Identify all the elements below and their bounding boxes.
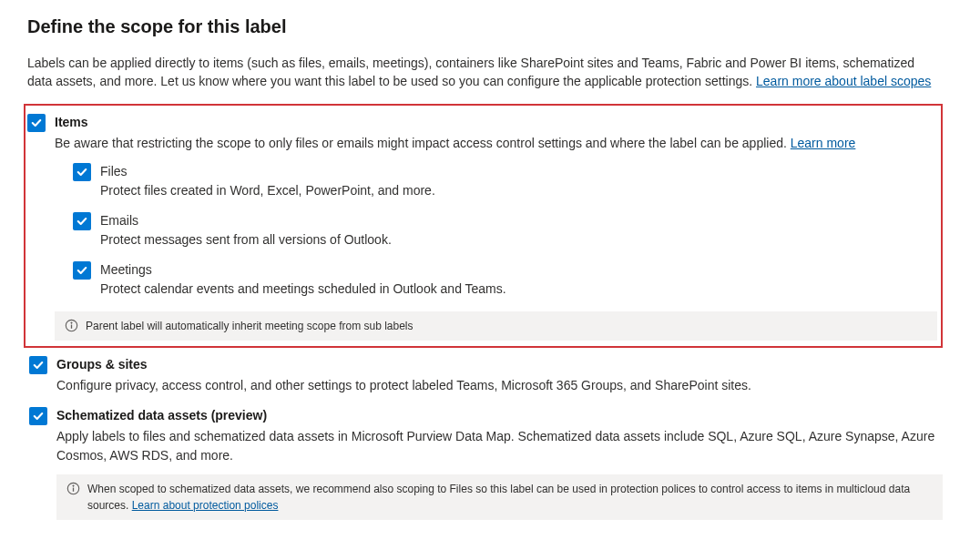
emails-row: Emails Protect messages sent from all ve… [71,211,937,257]
items-checkbox[interactable] [27,114,46,132]
info-icon [66,482,80,496]
items-sub-list: Files Protect files created in Word, Exc… [71,162,937,306]
items-learn-more-link[interactable]: Learn more [791,136,856,150]
meetings-row: Meetings Protect calendar events and mee… [71,260,937,306]
info-icon [64,319,78,333]
schematized-scope-row: Schematized data assets (preview) Apply … [27,406,943,520]
schematized-label: Schematized data assets (preview) [56,406,943,425]
learn-more-label-scopes-link[interactable]: Learn more about label scopes [756,74,931,88]
items-info-text: Parent label will automatically inherit … [86,318,414,334]
meetings-desc: Protect calendar events and meetings sch… [100,280,937,299]
checkmark-icon [77,216,87,227]
schematized-desc: Apply labels to files and schematized da… [56,427,943,465]
groups-desc: Configure privacy, access control, and o… [56,376,943,395]
items-label: Items [55,113,937,132]
items-highlight-box: Items Be aware that restricting the scop… [24,104,943,348]
emails-desc: Protect messages sent from all versions … [100,230,937,249]
checkmark-icon [33,360,44,371]
svg-rect-1 [70,322,71,323]
files-desc: Protect files created in Word, Excel, Po… [100,181,937,200]
items-scope-row: Items Be aware that restricting the scop… [26,113,937,341]
items-info-bar: Parent label will automatically inherit … [55,311,937,341]
intro-text: Labels can be applied directly to items … [27,54,943,91]
schematized-checkbox[interactable] [29,407,47,425]
checkmark-icon [77,265,87,276]
checkmark-icon [77,167,87,178]
page-title: Define the scope for this label [27,16,943,37]
emails-checkbox[interactable] [73,212,91,230]
meetings-label: Meetings [100,260,937,280]
files-row: Files Protect files created in Word, Exc… [71,162,937,208]
files-label: Files [100,162,937,181]
files-checkbox[interactable] [73,163,91,181]
schematized-info-bar: When scoped to schematized data assets, … [56,474,943,520]
checkmark-icon [33,411,44,422]
groups-label: Groups & sites [56,355,943,374]
groups-checkbox[interactable] [29,356,47,374]
learn-protection-polices-link[interactable]: Learn about protection polices [132,499,279,512]
schematized-info-text: When scoped to schematized data assets, … [87,481,934,514]
items-desc: Be aware that restricting the scope to o… [55,134,937,153]
emails-label: Emails [100,211,937,230]
items-desc-text: Be aware that restricting the scope to o… [55,136,791,150]
checkmark-icon [31,117,42,128]
groups-scope-row: Groups & sites Configure privacy, access… [27,355,943,404]
svg-rect-4 [72,485,73,486]
meetings-checkbox[interactable] [73,261,91,280]
